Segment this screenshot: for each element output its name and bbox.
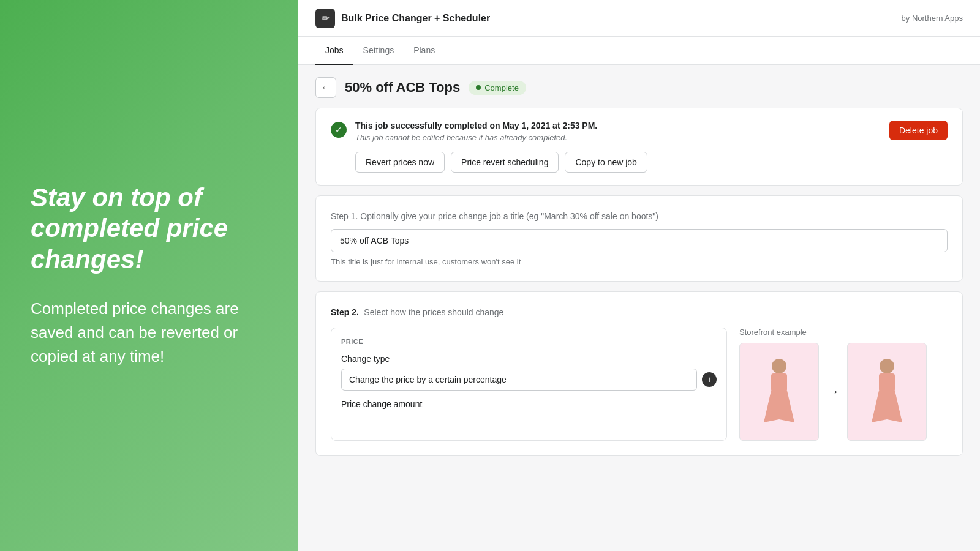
price-change-amount-label: Price change amount — [341, 399, 717, 409]
svg-point-3 — [880, 359, 894, 373]
step1-card: Step 1. Optionally give your price chang… — [315, 195, 963, 282]
status-text: Complete — [484, 83, 519, 92]
svg-rect-1 — [771, 373, 787, 392]
step2-card: Step 2. Select how the prices should cha… — [315, 291, 963, 456]
info-card-actions: Revert prices now Price revert schedulin… — [355, 152, 889, 173]
svg-rect-4 — [879, 373, 895, 392]
job-title-input[interactable] — [331, 229, 948, 252]
page-title: 50% off ACB Tops — [345, 80, 460, 96]
app-logo: ✏ Bulk Price Changer + Scheduler — [315, 9, 490, 28]
step2-content: PRICE Change type Change the price by a … — [331, 328, 948, 441]
change-type-select[interactable]: Change the price by a certain percentage… — [341, 369, 697, 391]
storefront-images: → — [739, 343, 948, 441]
info-button[interactable]: i — [702, 372, 717, 387]
right-panel: ✏ Bulk Price Changer + Scheduler by Nort… — [298, 0, 980, 551]
left-headline: Stay on top of completed price changes! — [31, 182, 268, 275]
info-card-left: ✓ This job successfully completed on May… — [331, 121, 889, 173]
tab-plans[interactable]: Plans — [404, 37, 445, 65]
price-revert-scheduling-button[interactable]: Price revert scheduling — [451, 152, 559, 173]
change-type-wrapper: Change the price by a certain percentage… — [341, 369, 717, 391]
tab-settings[interactable]: Settings — [353, 37, 404, 65]
tab-jobs[interactable]: Jobs — [315, 37, 353, 65]
delete-job-button[interactable]: Delete job — [889, 121, 948, 140]
page-title-row: ← 50% off ACB Tops Complete — [315, 77, 963, 98]
main-content: ← 50% off ACB Tops Complete ✓ This job s… — [298, 65, 980, 551]
price-section: PRICE Change type Change the price by a … — [331, 328, 727, 441]
product-figure-1 — [758, 355, 801, 429]
copy-to-new-job-button[interactable]: Copy to new job — [565, 152, 647, 173]
storefront-label: Storefront example — [739, 328, 948, 337]
app-header: ✏ Bulk Price Changer + Scheduler by Nort… — [298, 0, 980, 37]
arrow-right-icon: → — [826, 384, 840, 400]
status-badge: Complete — [469, 81, 526, 95]
svg-point-0 — [772, 359, 786, 373]
left-body: Completed price changes are saved and ca… — [31, 297, 268, 369]
info-card-subtitle: This job cannot be edited because it has… — [355, 133, 889, 142]
step1-description: Optionally give your price change job a … — [360, 211, 658, 221]
svg-marker-2 — [764, 391, 794, 422]
nav-tabs: Jobs Settings Plans — [298, 37, 980, 65]
back-button[interactable]: ← — [315, 77, 336, 98]
step1-label: Step 1. Optionally give your price chang… — [331, 211, 658, 221]
storefront-section: Storefront example → — [739, 328, 948, 441]
info-card-text: This job successfully completed on May 1… — [355, 121, 889, 173]
app-by: by Northern Apps — [902, 13, 963, 23]
info-card-title: This job successfully completed on May 1… — [355, 121, 889, 130]
job-title-hint: This title is just for internal use, cus… — [331, 257, 948, 266]
app-logo-icon: ✏ — [315, 9, 335, 28]
info-card: ✓ This job successfully completed on May… — [315, 108, 963, 186]
product-card-1 — [739, 343, 819, 441]
svg-marker-5 — [872, 391, 902, 422]
left-panel: Stay on top of completed price changes! … — [0, 0, 298, 551]
check-icon: ✓ — [331, 122, 347, 138]
step2-label: Step 2. — [331, 307, 359, 317]
status-dot — [476, 85, 481, 90]
product-card-2 — [847, 343, 927, 441]
change-type-label: Change type — [341, 354, 717, 364]
app-title: Bulk Price Changer + Scheduler — [341, 13, 490, 24]
step2-description: Select how the prices should change — [364, 307, 503, 317]
revert-prices-button[interactable]: Revert prices now — [355, 152, 445, 173]
price-section-label: PRICE — [341, 338, 717, 345]
product-figure-2 — [865, 355, 908, 429]
